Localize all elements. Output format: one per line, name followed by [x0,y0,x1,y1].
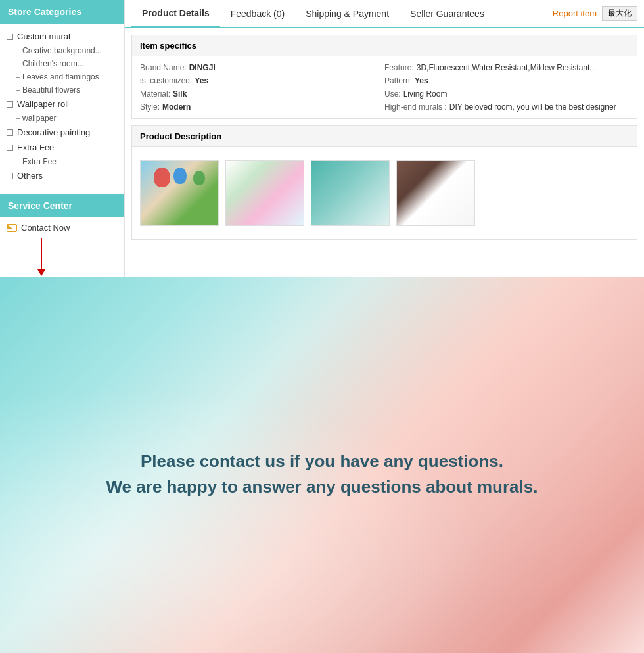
category-label: Custom mural [17,32,70,41]
tab-feedback[interactable]: Feedback (0) [220,1,295,27]
tab-product-details[interactable]: Product Details [131,0,220,28]
red-arrow [41,238,42,271]
spec-brand-name: Brand Name: DINGJI [140,63,384,72]
product-image-3 [311,160,390,226]
maximize-button[interactable]: 最大化 [602,6,637,21]
spec-use: Use: Living Room [384,89,629,99]
arrow-annotation [0,238,124,277]
product-description-box: Product Description [131,125,637,240]
tab-seller-guarantees[interactable]: Seller Guarantees [400,1,495,27]
sidebar-sub-childrens-room[interactable]: Children's room... [0,57,124,70]
contact-now-label: Contact Now [21,223,70,233]
product-description-title: Product Description [132,126,637,147]
store-categories-header: Store Categories [0,0,124,24]
sidebar-item-wallpaper-roll[interactable]: Wallpaper roll [0,97,124,112]
report-item-link[interactable]: Report item [553,9,597,18]
specifics-grid: Brand Name: DINGJI Feature: 3D,Fluoresce… [132,56,637,118]
sidebar: Store Categories Custom mural Creative b… [0,0,125,277]
category-label: Extra Fee [17,143,54,152]
bg-line2: We are happy to answer any questions abo… [106,474,538,500]
product-image-4 [396,160,475,226]
item-specifics-title: Item specifics [132,35,637,56]
main-layout: Store Categories Custom mural Creative b… [0,0,644,277]
sidebar-sub-extra-fee[interactable]: Extra Fee [0,155,124,168]
spec-style: Style: Modern [140,102,384,112]
background-text: Please contact us if you have any questi… [93,436,551,513]
category-label: Decorative painting [17,127,90,137]
contact-now-item[interactable]: Contact Now [0,217,124,238]
product-images [132,147,637,239]
spec-pattern: Pattern: Yes [384,76,629,85]
sidebar-sub-creative-background[interactable]: Creative background... [0,44,124,57]
product-image-1 [140,160,219,226]
spec-material: Material: Silk [140,89,384,99]
content-area: Product Details Feedback (0) Shipping & … [125,0,644,277]
expand-icon [7,101,13,108]
bg-line1: Please contact us if you have any questi… [106,449,538,474]
background-section: Please contact us if you have any questi… [0,277,644,653]
service-center-header: Service Center [0,194,124,217]
sidebar-sub-wallpaper[interactable]: wallpaper [0,112,124,125]
sidebar-item-decorative-painting[interactable]: Decorative painting [0,125,124,140]
sidebar-item-extra-fee[interactable]: Extra Fee [0,140,124,155]
sidebar-item-others[interactable]: Others [0,168,124,183]
sidebar-categories: Custom mural Creative background... Chil… [0,24,124,189]
item-specifics-box: Item specifics Brand Name: DINGJI Featur… [131,35,637,119]
email-icon [7,224,17,232]
spec-high-end-murals: High-end murals : DIY beloved room, you … [384,102,629,112]
tabs-bar: Product Details Feedback (0) Shipping & … [125,0,644,28]
sidebar-item-custom-mural[interactable]: Custom mural [0,29,124,44]
expand-icon [7,34,13,40]
spec-feature: Feature: 3D,Fluorescent,Water Resistant,… [384,63,629,72]
tab-shipping-payment[interactable]: Shipping & Payment [295,1,400,27]
expand-icon [7,173,13,179]
category-label: Wallpaper roll [17,99,69,109]
sidebar-sub-beautiful-flowers[interactable]: Beautiful flowers [0,83,124,97]
product-image-2 [225,160,304,226]
expand-icon [7,129,13,136]
category-label: Others [17,171,43,181]
expand-icon [7,145,13,151]
spec-is-customized: is_customized: Yes [140,76,384,85]
sidebar-sub-leaves-flamingos[interactable]: Leaves and flamingos [0,70,124,83]
